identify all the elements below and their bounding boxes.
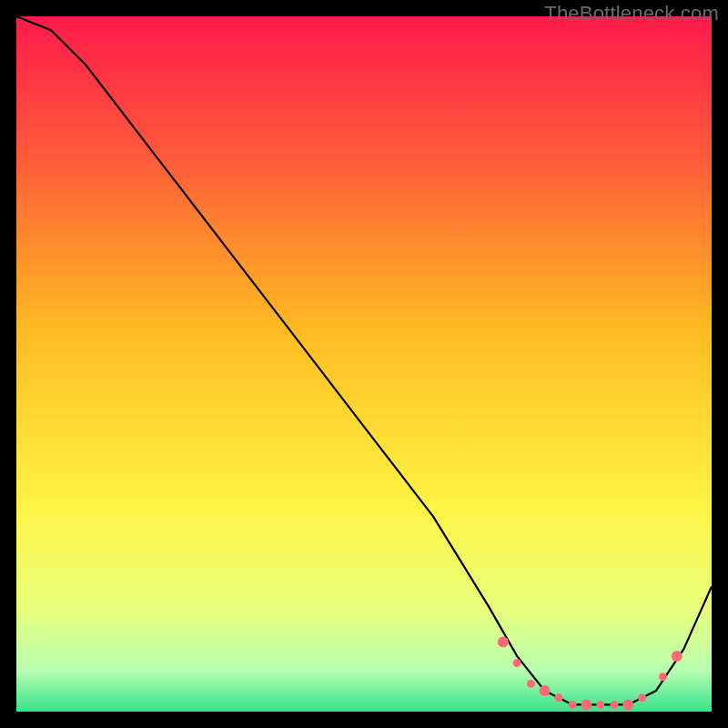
- highlight-dot: [581, 699, 592, 710]
- highlight-dot: [498, 637, 509, 648]
- highlight-dot: [672, 651, 682, 662]
- watermark-text: TheBottleneck.com: [544, 2, 719, 25]
- chart-frame: TheBottleneck.com: [0, 0, 728, 728]
- highlight-dot: [659, 672, 667, 681]
- highlight-dot: [540, 685, 551, 696]
- highlight-dot: [611, 701, 619, 709]
- highlight-dot: [569, 701, 577, 709]
- highlight-dot: [554, 693, 562, 702]
- highlight-dot: [513, 659, 521, 667]
- bottleneck-curve: [16, 16, 712, 704]
- highlight-dot: [527, 680, 535, 688]
- highlight-dot: [622, 699, 633, 710]
- curve-layer: [16, 16, 712, 712]
- highlight-dots-group: [498, 637, 682, 711]
- highlight-dot: [596, 701, 604, 709]
- highlight-dot: [638, 693, 646, 702]
